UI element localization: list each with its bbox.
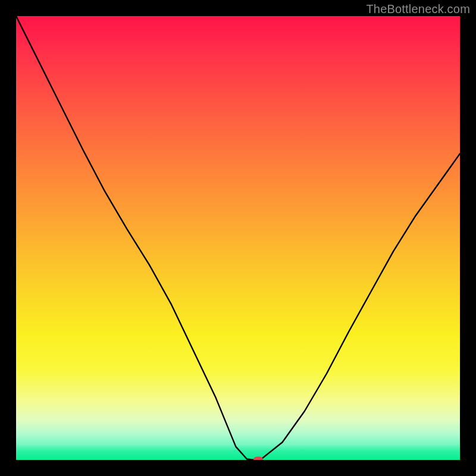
optimum-marker [253, 457, 263, 461]
bottleneck-chart: TheBottleneck.com [0, 0, 476, 476]
watermark: TheBottleneck.com [366, 2, 470, 16]
plot-area [16, 16, 460, 460]
bottleneck-curve [16, 16, 460, 460]
curve-svg [16, 16, 460, 460]
